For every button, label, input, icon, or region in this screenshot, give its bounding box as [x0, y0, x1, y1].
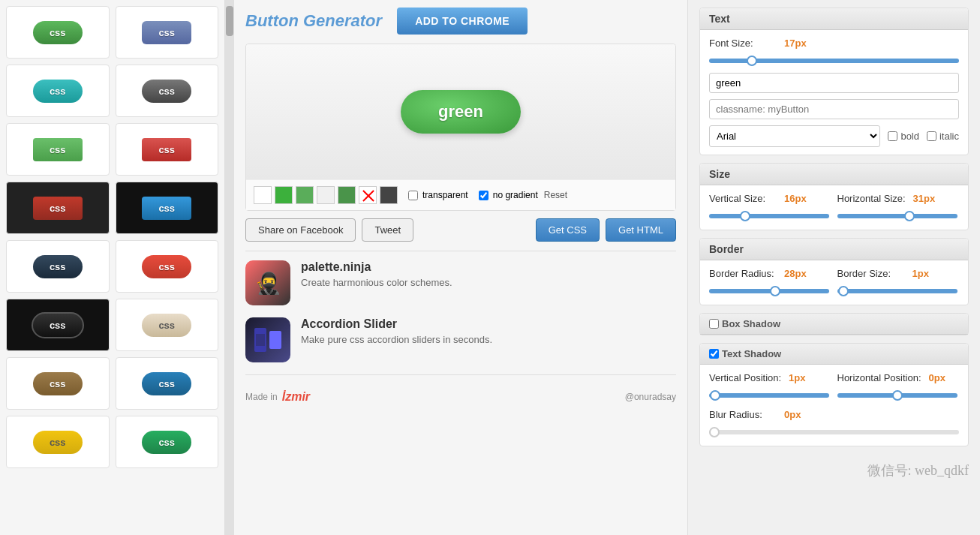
vertical-size-col: Vertical Size: 16px — [709, 193, 831, 222]
transparent-option: transparent — [408, 190, 468, 200]
font-family-row: Arial Helvetica Georgia bold italic — [709, 125, 959, 147]
border-size-row: Border Size: 1px — [837, 268, 960, 279]
border-section-body: Border Radius: 28px Border Size: 1px — [700, 260, 968, 305]
font-size-slider[interactable] — [709, 55, 959, 67]
ts-horizontal-row: Horizontal Position: 0px — [837, 372, 960, 383]
swatch-dark[interactable] — [380, 186, 398, 204]
ts-horizontal-thumb[interactable] — [892, 390, 903, 401]
blur-thumb[interactable] — [709, 427, 720, 437]
ad-icon-accordion — [245, 317, 290, 362]
get-css-button[interactable]: Get CSS — [536, 218, 600, 242]
sample-btn-7[interactable]: css — [33, 197, 83, 220]
sample-btn-5[interactable]: css — [33, 138, 83, 161]
sample-btn-16[interactable]: css — [142, 431, 191, 454]
divider-2 — [245, 374, 676, 375]
no-gradient-label: no gradient — [493, 190, 538, 200]
border-cols: Border Radius: 28px Border Size: 1px — [709, 268, 959, 297]
border-section-header: Border — [700, 239, 968, 260]
swatch-green[interactable] — [275, 186, 293, 204]
sample-btn-9[interactable]: css — [33, 255, 83, 278]
btn-preview-16[interactable]: css — [116, 416, 219, 468]
btn-preview-6[interactable]: css — [116, 123, 219, 176]
box-shadow-checkbox[interactable] — [709, 319, 719, 329]
scroll-thumb[interactable] — [226, 6, 233, 36]
border-radius-track — [709, 289, 829, 293]
text-section: Text Font Size: 17px Arial He — [699, 8, 969, 155]
horizontal-size-slider[interactable] — [837, 210, 957, 222]
swatch-green2[interactable] — [296, 186, 314, 204]
border-size-track — [837, 289, 957, 293]
sample-btn-2[interactable]: css — [142, 21, 191, 44]
sample-btn-12[interactable]: css — [142, 314, 191, 337]
btn-preview-13[interactable]: css — [6, 357, 110, 410]
ts-vertical-slider[interactable] — [709, 389, 829, 401]
tweet-button[interactable]: Tweet — [362, 218, 413, 242]
vertical-size-slider[interactable] — [709, 210, 829, 222]
sample-btn-6[interactable]: css — [142, 138, 191, 161]
btn-preview-5[interactable]: css — [6, 123, 110, 176]
share-facebook-button[interactable]: Share on Facebook — [245, 218, 356, 242]
text-input[interactable] — [709, 73, 959, 93]
get-html-button[interactable]: Get HTML — [606, 218, 676, 242]
btn-preview-7[interactable]: css — [6, 182, 110, 234]
btn-preview-12[interactable]: css — [116, 299, 219, 351]
transparent-checkbox[interactable] — [408, 191, 418, 200]
sample-btn-1[interactable]: css — [33, 21, 83, 44]
horizontal-size-label: Horizontal Size: — [837, 193, 906, 204]
horizontal-size-thumb[interactable] — [904, 211, 915, 221]
blur-slider[interactable] — [709, 426, 959, 438]
reset-button[interactable]: Reset — [544, 190, 567, 200]
no-gradient-checkbox[interactable] — [479, 191, 488, 200]
italic-checkbox[interactable] — [927, 131, 936, 141]
bold-label: bold — [900, 131, 919, 142]
font-size-thumb[interactable] — [747, 56, 757, 66]
btn-preview-10[interactable]: css — [116, 240, 219, 293]
swatch-green3[interactable] — [338, 186, 356, 204]
btn-preview-4[interactable]: css — [116, 65, 219, 117]
preview-generated-button[interactable]: green — [401, 90, 521, 134]
ad-item-2: Accordion Slider Make pure css accordion… — [245, 317, 676, 362]
sample-btn-14[interactable]: css — [142, 372, 191, 395]
swatch-white[interactable] — [254, 186, 272, 204]
btn-preview-14[interactable]: css — [116, 357, 219, 410]
sample-btn-11[interactable]: css — [32, 312, 84, 338]
preview-canvas: green — [246, 44, 675, 179]
box-shadow-section: Box Shadow — [699, 313, 969, 335]
btn-preview-3[interactable]: css — [6, 65, 110, 117]
horizontal-size-row: Horizontal Size: 31px — [837, 193, 960, 204]
btn-preview-8[interactable]: css — [116, 182, 219, 234]
border-radius-label: Border Radius: — [709, 268, 777, 279]
btn-preview-9[interactable]: css — [6, 240, 110, 293]
swatch-x[interactable] — [359, 186, 377, 204]
add-to-chrome-button[interactable]: ADD TO CHROME — [397, 8, 528, 35]
ad-item-1: 🥷 palette.ninja Create harmonious color … — [245, 260, 676, 305]
vertical-size-thumb[interactable] — [740, 211, 750, 221]
font-size-slider-row — [709, 55, 959, 67]
svg-rect-2 — [256, 334, 265, 346]
text-shadow-checkbox[interactable] — [709, 349, 719, 359]
sample-btn-13[interactable]: css — [33, 372, 83, 395]
sample-btn-15[interactable]: css — [33, 431, 83, 454]
btn-preview-1[interactable]: css — [6, 6, 110, 59]
scroll-bar[interactable] — [225, 0, 234, 535]
btn-preview-11[interactable]: css — [6, 299, 110, 351]
border-size-thumb[interactable] — [838, 286, 849, 296]
border-size-slider[interactable] — [837, 285, 957, 297]
main-content: Button Generator ADD TO CHROME green tra… — [234, 0, 687, 535]
sample-btn-3[interactable]: css — [33, 80, 83, 103]
ts-vertical-thumb[interactable] — [710, 390, 720, 401]
sample-btn-4[interactable]: css — [142, 80, 191, 103]
font-family-select[interactable]: Arial Helvetica Georgia — [709, 125, 880, 147]
btn-preview-15[interactable]: css — [6, 416, 110, 468]
bold-checkbox[interactable] — [888, 131, 897, 141]
classname-input[interactable] — [709, 99, 959, 119]
border-radius-slider[interactable] — [709, 285, 829, 297]
classname-row — [709, 99, 959, 119]
sample-btn-8[interactable]: css — [142, 197, 191, 220]
text-shadow-section: Text Shadow Vertical Position: 1px — [699, 343, 969, 446]
ts-horizontal-slider[interactable] — [837, 389, 957, 401]
sample-btn-10[interactable]: css — [142, 255, 191, 278]
border-radius-thumb[interactable] — [770, 286, 780, 296]
btn-preview-2[interactable]: css — [116, 6, 219, 59]
swatch-light[interactable] — [317, 186, 335, 204]
